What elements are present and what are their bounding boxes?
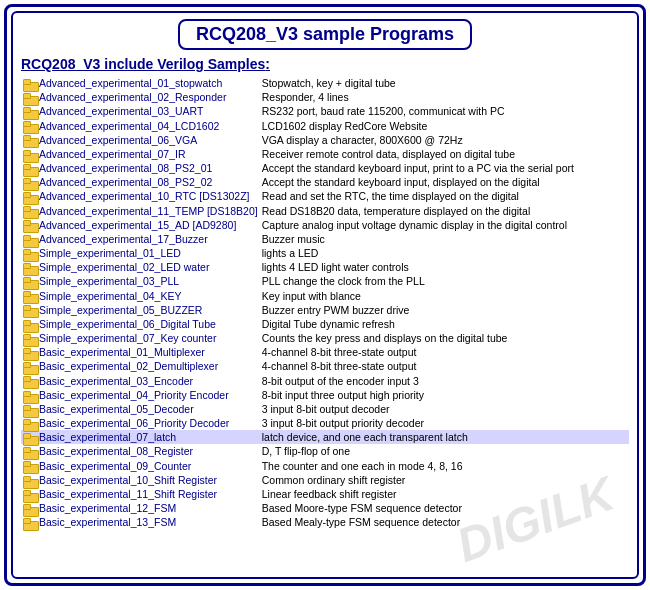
- table-row: Basic_experimental_06_Priority Decoder3 …: [21, 416, 629, 430]
- item-name: Advanced_experimental_03_UART: [39, 105, 203, 117]
- item-name: Basic_experimental_13_FSM: [39, 516, 176, 528]
- item-desc: Based Moore-type FSM sequence detector: [260, 501, 629, 515]
- outer-border: RCQ208_V3 sample Programs RCQ208_V3 incl…: [4, 4, 646, 586]
- folder-icon: [23, 263, 37, 274]
- folder-icon: [23, 220, 37, 231]
- table-row: Basic_experimental_11_Shift RegisterLine…: [21, 487, 629, 501]
- folder-icon: [23, 107, 37, 118]
- item-name: Advanced_experimental_07_IR: [39, 148, 186, 160]
- title-container: RCQ208_V3 sample Programs: [21, 19, 629, 50]
- item-name: Basic_experimental_02_Demultiplexer: [39, 360, 218, 372]
- item-name-cell: Basic_experimental_01_Multiplexer: [21, 345, 260, 359]
- item-name-cell: Simple_experimental_04_KEY: [21, 289, 260, 303]
- item-name: Simple_experimental_06_Digital Tube: [39, 318, 216, 330]
- folder-icon: [23, 334, 37, 345]
- item-desc: 4-channel 8-bit three-state output: [260, 359, 629, 373]
- folder-icon: [23, 93, 37, 104]
- item-desc: lights a LED: [260, 246, 629, 260]
- folder-icon: [23, 178, 37, 189]
- item-name: Simple_experimental_02_LED water: [39, 261, 209, 273]
- item-name: Advanced_experimental_15_AD [AD9280]: [39, 219, 236, 231]
- folder-icon: [23, 192, 37, 203]
- item-desc: lights 4 LED light water controls: [260, 260, 629, 274]
- folder-icon: [23, 206, 37, 217]
- item-desc: Linear feedback shift register: [260, 487, 629, 501]
- item-name: Advanced_experimental_11_TEMP [DS18B20]: [39, 205, 258, 217]
- folder-icon: [23, 405, 37, 416]
- item-name-cell: Basic_experimental_07_latch: [21, 430, 260, 444]
- item-name: Advanced_experimental_10_RTC [DS1302Z]: [39, 190, 250, 202]
- item-name-cell: Simple_experimental_06_Digital Tube: [21, 317, 260, 331]
- item-desc: 3 input 8-bit output priority decoder: [260, 416, 629, 430]
- table-row: Simple_experimental_06_Digital TubeDigit…: [21, 317, 629, 331]
- item-desc: Receiver remote control data, displayed …: [260, 147, 629, 161]
- item-name-cell: Advanced_experimental_17_Buzzer: [21, 232, 260, 246]
- item-name-cell: Basic_experimental_11_Shift Register: [21, 487, 260, 501]
- folder-icon: [23, 305, 37, 316]
- table-row: Advanced_experimental_11_TEMP [DS18B20]R…: [21, 204, 629, 218]
- item-desc: PLL change the clock from the PLL: [260, 274, 629, 288]
- table-row: Basic_experimental_05_Decoder3 input 8-b…: [21, 402, 629, 416]
- item-desc: latch device, and one each transparent l…: [260, 430, 629, 444]
- table-row: Advanced_experimental_02_ResponderRespon…: [21, 90, 629, 104]
- item-desc: Accept the standard keyboard input, disp…: [260, 175, 629, 189]
- table-row: Simple_experimental_02_LED waterlights 4…: [21, 260, 629, 274]
- item-name: Basic_experimental_05_Decoder: [39, 403, 194, 415]
- table-row: Basic_experimental_07_latchlatch device,…: [21, 430, 629, 444]
- item-name: Basic_experimental_06_Priority Decoder: [39, 417, 229, 429]
- item-name: Simple_experimental_07_Key counter: [39, 332, 216, 344]
- item-name: Basic_experimental_04_Priority Encoder: [39, 389, 229, 401]
- item-name: Advanced_experimental_17_Buzzer: [39, 233, 208, 245]
- item-name-cell: Advanced_experimental_02_Responder: [21, 90, 260, 104]
- item-name-cell: Advanced_experimental_08_PS2_02: [21, 175, 260, 189]
- folder-icon: [23, 504, 37, 515]
- table-row: Advanced_experimental_04_LCD1602LCD1602 …: [21, 119, 629, 133]
- item-desc: 8-bit input three output high priority: [260, 388, 629, 402]
- item-desc: 8-bit output of the encoder input 3: [260, 374, 629, 388]
- item-name: Advanced_experimental_08_PS2_01: [39, 162, 212, 174]
- items-table: Advanced_experimental_01_stopwatchStopwa…: [21, 76, 629, 530]
- table-row: Advanced_experimental_06_VGAVGA display …: [21, 133, 629, 147]
- folder-icon: [23, 362, 37, 373]
- table-row: Basic_experimental_02_Demultiplexer4-cha…: [21, 359, 629, 373]
- item-name: Basic_experimental_03_Encoder: [39, 375, 193, 387]
- item-name-cell: Basic_experimental_10_Shift Register: [21, 473, 260, 487]
- table-row: Simple_experimental_05_BUZZERBuzzer entr…: [21, 303, 629, 317]
- item-name: Advanced_experimental_01_stopwatch: [39, 77, 222, 89]
- item-name: Basic_experimental_08_Register: [39, 445, 193, 457]
- item-name-cell: Basic_experimental_13_FSM: [21, 515, 260, 529]
- folder-icon: [23, 461, 37, 472]
- item-name: Basic_experimental_07_latch: [39, 431, 176, 443]
- item-name-cell: Advanced_experimental_07_IR: [21, 147, 260, 161]
- item-desc: Buzzer entry PWM buzzer drive: [260, 303, 629, 317]
- item-name: Advanced_experimental_02_Responder: [39, 91, 226, 103]
- section-title-prefix: RCQ208_V3 include: [21, 56, 157, 72]
- item-name-cell: Advanced_experimental_01_stopwatch: [21, 76, 260, 90]
- item-desc: Common ordinary shift register: [260, 473, 629, 487]
- folder-icon: [23, 447, 37, 458]
- folder-icon: [23, 419, 37, 430]
- table-row: Advanced_experimental_03_UARTRS232 port,…: [21, 104, 629, 118]
- item-name: Simple_experimental_01_LED: [39, 247, 181, 259]
- folder-icon: [23, 391, 37, 402]
- table-row: Simple_experimental_04_KEYKey input with…: [21, 289, 629, 303]
- table-row: Basic_experimental_09_CounterThe counter…: [21, 459, 629, 473]
- item-desc: Read DS18B20 data, temperature displayed…: [260, 204, 629, 218]
- item-name-cell: Simple_experimental_01_LED: [21, 246, 260, 260]
- item-desc: LCD1602 display RedCore Website: [260, 119, 629, 133]
- item-desc: Stopwatch, key + digital tube: [260, 76, 629, 90]
- item-name-cell: Advanced_experimental_04_LCD1602: [21, 119, 260, 133]
- folder-icon: [23, 150, 37, 161]
- folder-icon: [23, 135, 37, 146]
- item-desc: D, T flip-flop of one: [260, 444, 629, 458]
- item-name-cell: Basic_experimental_06_Priority Decoder: [21, 416, 260, 430]
- table-row: Advanced_experimental_15_AD [AD9280]Capt…: [21, 218, 629, 232]
- item-name-cell: Simple_experimental_02_LED water: [21, 260, 260, 274]
- item-name: Basic_experimental_11_Shift Register: [39, 488, 217, 500]
- item-desc: 3 input 8-bit output decoder: [260, 402, 629, 416]
- table-row: Simple_experimental_03_PLLPLL change the…: [21, 274, 629, 288]
- table-row: Advanced_experimental_08_PS2_01Accept th…: [21, 161, 629, 175]
- folder-icon: [23, 79, 37, 90]
- item-name-cell: Advanced_experimental_08_PS2_01: [21, 161, 260, 175]
- item-desc: RS232 port, baud rate 115200, communicat…: [260, 104, 629, 118]
